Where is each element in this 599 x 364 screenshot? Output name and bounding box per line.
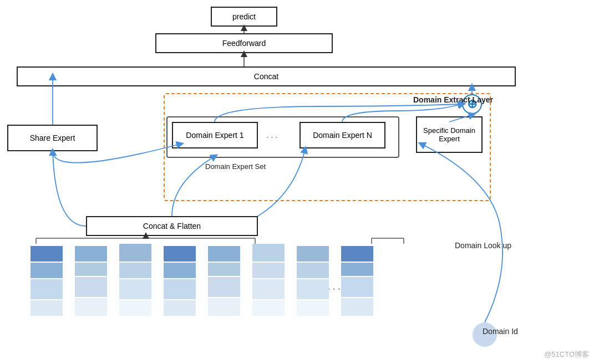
col-segment-5-3: [252, 300, 285, 316]
col-segment-6-0: [297, 246, 329, 262]
col-segment-4-1: [208, 263, 240, 276]
col-segment-2-2: [119, 279, 151, 299]
column-bar-3: [164, 246, 196, 316]
column-bar-1: [75, 246, 107, 316]
column-bar-5: [252, 244, 285, 316]
col-segment-6-3: [297, 300, 329, 316]
col-segment-3-3: [164, 300, 196, 316]
col-segment-7-3: [341, 298, 373, 316]
domain-expertN-box: Domain Expert N: [300, 122, 385, 148]
col-segment-7-0: [341, 246, 373, 262]
col-segment-3-1: [164, 263, 196, 278]
col-segment-5-2: [252, 279, 285, 299]
concat-box: Concat: [17, 66, 516, 86]
share-expert-label: Share Expert: [30, 134, 75, 142]
col-segment-2-0: [119, 244, 151, 262]
col-segment-4-2: [208, 277, 240, 297]
watermark: @51CTO博客: [544, 350, 589, 360]
col-segment-7-1: [341, 263, 373, 276]
col-segment-5-0: [252, 244, 285, 262]
share-expert-box: Share Expert: [7, 125, 98, 151]
col-segment-3-0: [164, 246, 196, 262]
predict-box: predict: [211, 7, 277, 27]
col-segment-6-2: [297, 279, 329, 299]
concat-flatten-box: Concat & Flatten: [86, 216, 258, 236]
domain-extract-layer-label: Domain Extract Layer: [413, 95, 493, 104]
specific-domain-label: Specific Domain Expert: [417, 126, 481, 143]
feedforward-box: Feedforward: [155, 33, 333, 53]
embedding-columns: [31, 244, 373, 316]
feedforward-label: Feedforward: [222, 39, 266, 48]
col-segment-6-1: [297, 263, 329, 278]
col-segment-1-1: [75, 263, 107, 276]
col-segment-2-1: [119, 263, 151, 278]
col-segment-3-2: [164, 279, 196, 299]
column-bar-0: [31, 246, 63, 316]
col-segment-0-2: [31, 279, 63, 299]
column-bar-6: [297, 246, 329, 316]
col-segment-4-0: [208, 246, 240, 262]
col-segment-0-1: [31, 263, 63, 278]
predict-label: predict: [232, 12, 256, 21]
column-bar-2: [119, 244, 151, 316]
dots-experts: ···: [266, 131, 280, 143]
domain-expert1-box: Domain Expert 1: [172, 122, 258, 148]
domain-expert-set-label: Domain Expert Set: [205, 162, 266, 171]
column-bar-4: [208, 246, 240, 316]
col-segment-1-3: [75, 298, 107, 316]
domain-expertN-label: Domain Expert N: [313, 131, 372, 140]
col-segment-4-3: [208, 298, 240, 316]
col-segment-1-2: [75, 277, 107, 297]
domain-expert1-label: Domain Expert 1: [186, 131, 243, 140]
col-segment-0-3: [31, 300, 63, 316]
specific-domain-box: Specific Domain Expert: [416, 116, 483, 153]
col-segment-5-1: [252, 263, 285, 278]
col-segment-0-0: [31, 246, 63, 262]
col-segment-7-2: [341, 277, 373, 297]
col-segment-2-3: [119, 300, 151, 316]
concat-flatten-label: Concat & Flatten: [143, 222, 201, 230]
column-bar-7: [341, 246, 373, 316]
col-segment-1-0: [75, 246, 107, 262]
domain-lookup-label: Domain Look up: [455, 241, 511, 250]
domain-id-label: Domain Id: [483, 327, 518, 336]
concat-label: Concat: [254, 72, 278, 81]
